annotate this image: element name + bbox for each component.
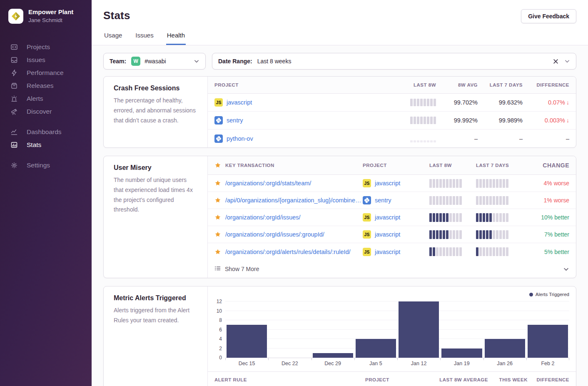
- project-link[interactable]: sentry: [227, 117, 243, 124]
- show-more-label: Show 7 More: [225, 266, 259, 272]
- chart-x-tick-label: Jan 19: [440, 361, 483, 371]
- project-link[interactable]: python-ov: [227, 135, 253, 142]
- date-range-label: Date Range:: [218, 58, 252, 65]
- crash-free-row-javascript: JSjavascript99.702%99.632%0.07% ↓: [208, 94, 576, 112]
- page-header: Stats Give Feedback Usage Issues Health: [92, 0, 588, 45]
- project-link[interactable]: javascript: [375, 214, 400, 221]
- bar-jan-19[interactable]: [441, 349, 482, 358]
- difference-value: –: [566, 135, 569, 142]
- bar-jan-12[interactable]: [399, 301, 439, 358]
- javascript-platform-icon: JS: [214, 98, 223, 107]
- sidebar-item-label: Dashboards: [27, 128, 62, 136]
- team-label: Team:: [110, 58, 126, 65]
- sidebar-item-issues[interactable]: Issues: [0, 53, 92, 66]
- chart-gridline: [225, 320, 569, 320]
- sidebar-item-projects[interactable]: Projects: [0, 40, 92, 53]
- column-last-7-days: Last 7 Days: [476, 163, 523, 168]
- chart-x-axis-labels: Dec 15Dec 22Dec 29Jan 5Jan 12Jan 19Jan 2…: [225, 361, 569, 371]
- chart-x-tick: [569, 358, 569, 360]
- issues-icon: [10, 56, 18, 64]
- key-transaction-star-icon[interactable]: [214, 214, 225, 221]
- key-transaction-star-icon[interactable]: [214, 180, 225, 187]
- bar-dec-29[interactable]: [313, 353, 353, 358]
- change-value: 7% better: [523, 231, 569, 238]
- sparkline: [476, 247, 508, 256]
- user-misery-panel: User Misery The number of unique users t…: [103, 156, 576, 278]
- user-misery-row-0: /organizations/:orgId/stats/team/JSjavas…: [208, 175, 576, 192]
- project-link[interactable]: javascript: [375, 231, 400, 238]
- chevron-down-icon: [563, 266, 569, 272]
- bar-jan-5[interactable]: [356, 339, 396, 358]
- team-selector[interactable]: Team: W #wasabi: [103, 53, 206, 70]
- team-avatar: W: [131, 57, 140, 66]
- discover-icon: [10, 107, 18, 116]
- panel-title: User Misery: [114, 164, 197, 172]
- user-misery-table-header: Key Transaction Project Last 8W Last 7 D…: [208, 156, 576, 175]
- sidebar-item-label: Performance: [27, 69, 64, 77]
- star-icon: [214, 162, 225, 169]
- sparkline: [476, 196, 508, 205]
- sidebar-item-alerts[interactable]: Alerts: [0, 92, 92, 105]
- sidebar-item-discover[interactable]: Discover: [0, 105, 92, 118]
- bar-feb-2[interactable]: [528, 325, 568, 358]
- column-last-8w-average: Last 8W Average: [421, 377, 488, 382]
- chart-gridline: [225, 311, 569, 311]
- give-feedback-button[interactable]: Give Feedback: [521, 9, 576, 23]
- column-key-transaction: Key Transaction: [225, 163, 363, 168]
- metric-alerts-table-header: Alert Rule Project Last 8W Average This …: [208, 371, 576, 386]
- last-7-days-value: 99.632%: [478, 99, 523, 106]
- key-transaction-star-icon[interactable]: [214, 249, 225, 255]
- python-platform-icon: [214, 134, 223, 143]
- bar-jan-26[interactable]: [485, 339, 525, 358]
- sidebar-item-performance[interactable]: Performance: [0, 66, 92, 79]
- transaction-link[interactable]: /organizations/:orgId/issues/: [225, 214, 301, 221]
- project-link[interactable]: sentry: [375, 197, 391, 204]
- project-link[interactable]: javascript: [375, 180, 400, 187]
- clear-icon[interactable]: [553, 59, 558, 64]
- chart-x-tick-label: Dec 15: [225, 361, 268, 371]
- sidebar-nav: ProjectsIssuesPerformanceReleasesAlertsD…: [0, 40, 92, 172]
- sparkline: [429, 213, 462, 222]
- show-more-button[interactable]: Show 7 More: [208, 260, 576, 278]
- sparkline: [429, 230, 462, 239]
- date-range-selector[interactable]: Date Range: Last 8 weeks: [212, 53, 576, 70]
- transaction-link[interactable]: /organizations/:orgId/stats/team/: [225, 180, 311, 187]
- tab-issues[interactable]: Issues: [135, 32, 154, 45]
- arrow-down-icon: ↓: [566, 99, 569, 106]
- chart-y-tick-label: 2: [209, 346, 222, 351]
- chart-y-tick-label: 6: [209, 327, 222, 333]
- settings-icon: [10, 161, 18, 169]
- sidebar-item-settings[interactable]: Settings: [0, 159, 92, 172]
- dashboards-icon: [10, 128, 18, 136]
- sparkline: [410, 135, 436, 142]
- sparkline: [429, 196, 462, 205]
- chart-x-tick: [311, 358, 312, 360]
- transaction-link[interactable]: /organizations/:orgId/alerts/rules/detai…: [225, 249, 351, 255]
- transaction-link[interactable]: /organizations/:orgId/issues/:groupId/: [225, 231, 324, 238]
- transaction-link[interactable]: /api/0/organizations/{organization_slug}…: [225, 197, 361, 204]
- key-transaction-star-icon[interactable]: [214, 231, 225, 238]
- tab-usage[interactable]: Usage: [103, 32, 123, 45]
- tab-bar: Usage Issues Health: [103, 32, 576, 45]
- key-transaction-star-icon[interactable]: [214, 197, 225, 204]
- chart-y-tick-label: 4: [209, 336, 222, 342]
- org-switcher[interactable]: Empower Plant Jane Schmidt: [0, 0, 92, 24]
- bar-dec-15[interactable]: [227, 325, 267, 358]
- sidebar-item-releases[interactable]: Releases: [0, 79, 92, 92]
- chevron-down-icon: [194, 58, 199, 64]
- chevron-down-icon[interactable]: [564, 58, 570, 64]
- tab-health[interactable]: Health: [166, 32, 186, 45]
- chart-x-tick: [440, 358, 441, 360]
- stats-icon: [10, 141, 18, 149]
- chart-gridline: [225, 301, 569, 301]
- panel-title: Metric Alerts Triggered: [114, 294, 197, 302]
- sidebar-item-dashboards[interactable]: Dashboards: [0, 125, 92, 138]
- change-value: 10% better: [523, 214, 569, 221]
- chart-x-tick-label: Jan 26: [483, 361, 526, 371]
- project-link[interactable]: javascript: [375, 249, 400, 255]
- sidebar-item-stats[interactable]: Stats: [0, 138, 92, 151]
- javascript-platform-icon: JS: [363, 230, 371, 239]
- column-project: Project: [363, 163, 429, 168]
- legend-label: Alerts Triggered: [536, 292, 569, 297]
- project-link[interactable]: javascript: [227, 99, 252, 106]
